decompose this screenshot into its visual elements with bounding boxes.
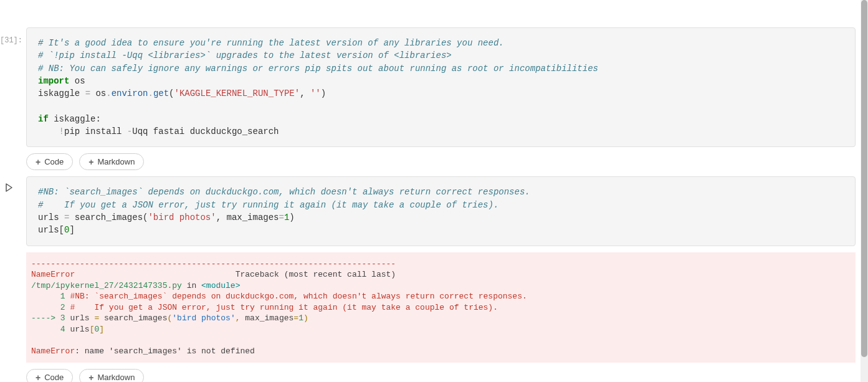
plus-icon: + [88, 373, 93, 382]
code-text: ( [169, 88, 174, 98]
code-keyword: import [38, 76, 69, 86]
plus-icon: + [36, 158, 41, 166]
execution-prompt: [31]: [0, 36, 22, 45]
error-name-final: NameError [31, 346, 75, 356]
error-line-code: , [236, 313, 241, 323]
code-text: ) [321, 88, 326, 98]
error-file: /tmp/ipykernel_27/2432147335.py [31, 281, 182, 290]
code-comment: # `!pip install -Uqq <libraries>` upgrad… [38, 50, 452, 60]
code-string: 'KAGGLE_KERNEL_RUN_TYPE' [174, 88, 300, 98]
error-divider: ----------------------------------------… [31, 259, 396, 269]
error-line-prompt: 4 [31, 325, 70, 334]
error-line-prompt: 2 [31, 303, 70, 312]
error-line-code: ) [303, 313, 308, 323]
code-input-area[interactable]: # It's a good idea to ensure you're runn… [26, 27, 856, 147]
vertical-scrollbar[interactable] [861, 0, 868, 382]
code-string: 'bird photos' [148, 212, 216, 222]
code-comment: #NB: `search_images` depends on duckduck… [38, 187, 530, 197]
error-line-code: search_images [99, 313, 167, 323]
code-op: - [127, 127, 132, 136]
error-in: in [182, 281, 201, 290]
code-text: , max_images [216, 212, 279, 222]
code-text: ) [289, 212, 294, 222]
error-output: ----------------------------------------… [26, 252, 856, 363]
error-line-code: max_images [241, 313, 294, 323]
code-text: ] [69, 225, 74, 235]
code-text: pip install [64, 127, 127, 136]
error-message: : name 'search_images' is not defined [75, 346, 255, 356]
code-keyword: if [38, 114, 49, 124]
code-comment: # NB: You can safely ignore any warnings… [38, 64, 598, 74]
code-text [38, 127, 59, 136]
error-line-code: ] [99, 325, 104, 334]
code-op: . [106, 88, 111, 98]
error-module: <module> [201, 281, 240, 290]
code-text: urls [38, 212, 64, 222]
scrollbar-thumb[interactable] [861, 0, 867, 357]
button-label: Code [44, 373, 64, 382]
code-text: iskaggle [38, 88, 85, 98]
code-op: = [279, 212, 284, 222]
code-text: urls[ [38, 225, 64, 235]
error-line-code: urls [70, 325, 89, 334]
error-line-code: #NB: `search_images` depends on duckduck… [70, 292, 527, 301]
error-line-prompt: ----> 3 [31, 313, 70, 323]
error-line-code: 'bird photos' [172, 313, 235, 323]
code-comment: # If you get a JSON error, just try runn… [38, 200, 498, 210]
add-cell-buttons: + Code + Markdown [26, 153, 856, 170]
code-text: os [90, 88, 106, 98]
add-markdown-button[interactable]: + Markdown [79, 369, 144, 382]
plus-icon: + [36, 373, 41, 382]
code-cell-2: #NB: `search_images` depends on duckduck… [0, 176, 856, 363]
error-line-code: urls [70, 313, 94, 323]
code-cell-1: [31]: # It's a good idea to ensure you'r… [0, 27, 856, 147]
error-line-code: 1 [298, 313, 303, 323]
add-code-button[interactable]: + Code [26, 369, 73, 382]
button-label: Markdown [97, 157, 135, 166]
plus-icon: + [88, 158, 93, 166]
add-markdown-button[interactable]: + Markdown [79, 153, 144, 170]
error-line-code: = [293, 313, 298, 323]
add-cell-buttons: + Code + Markdown [26, 369, 856, 382]
add-code-button[interactable]: + Code [26, 153, 73, 170]
code-text: , [300, 88, 310, 98]
code-attr: environ [112, 88, 148, 98]
code-string: '' [310, 88, 321, 98]
code-text: search_images( [69, 212, 148, 222]
code-text: Uqq fastai duckduckgo_search [132, 127, 279, 136]
code-comment: # It's a good idea to ensure you're runn… [38, 38, 504, 48]
code-func: get [153, 88, 169, 98]
code-op: ! [59, 127, 64, 136]
code-text: os [69, 76, 85, 86]
code-input-area[interactable]: #NB: `search_images` depends on duckduck… [26, 176, 856, 246]
code-op: = [85, 88, 90, 98]
code-op: . [148, 88, 153, 98]
play-icon [4, 183, 14, 193]
error-name: NameError [31, 270, 75, 279]
error-traceback-label: Traceback (most recent call last) [75, 270, 396, 279]
button-label: Code [44, 157, 64, 166]
error-line-code: # If you get a JSON error, just try runn… [70, 303, 498, 312]
notebook-container: [31]: # It's a good idea to ensure you'r… [0, 0, 868, 382]
run-cell-button[interactable] [4, 183, 16, 195]
button-label: Markdown [97, 373, 135, 382]
code-text: iskaggle: [49, 114, 101, 124]
error-line-prompt: 1 [31, 292, 70, 301]
